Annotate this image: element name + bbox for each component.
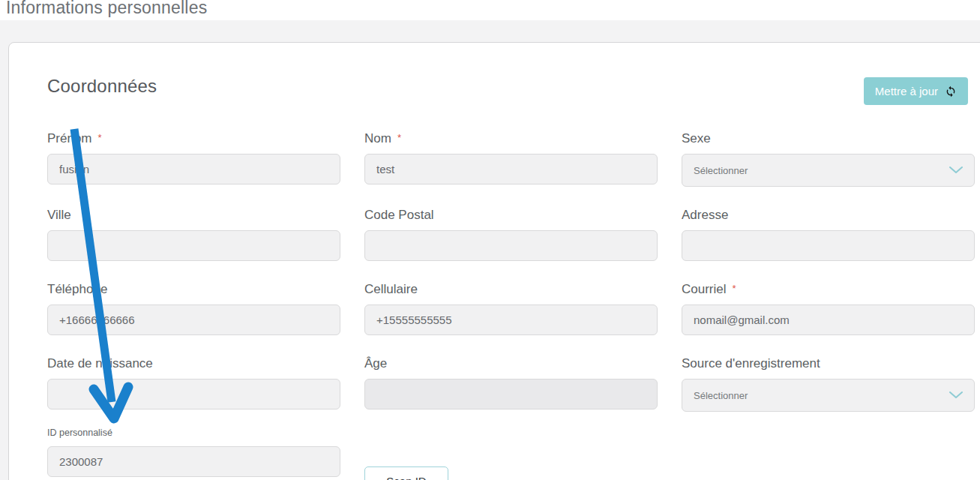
page-title: Informations personnelles bbox=[6, 0, 980, 18]
prenom-label: Prénom bbox=[47, 131, 92, 146]
source-selected-value: Sélectionner bbox=[694, 390, 748, 401]
field-source-enregistrement: Source d'enregistrement Sélectionner bbox=[682, 356, 975, 412]
age-input bbox=[364, 379, 658, 410]
code-postal-label: Code Postal bbox=[364, 208, 434, 223]
field-nom: Nom * bbox=[364, 131, 658, 187]
sexe-selected-value: Sélectionner bbox=[694, 165, 748, 176]
chevron-down-icon bbox=[949, 392, 963, 399]
sexe-label: Sexe bbox=[682, 131, 711, 146]
update-button-label: Mettre à jour bbox=[875, 85, 938, 98]
required-asterisk: * bbox=[733, 282, 736, 294]
telephone-label: Téléphone bbox=[47, 282, 107, 297]
adresse-input[interactable] bbox=[682, 230, 975, 261]
cellulaire-label: Cellulaire bbox=[364, 282, 418, 297]
sexe-select[interactable]: Sélectionner bbox=[682, 154, 975, 187]
required-asterisk: * bbox=[397, 131, 401, 143]
prenom-input[interactable] bbox=[47, 154, 340, 184]
scan-id-cell: Scan ID bbox=[364, 466, 658, 480]
id-personnalise-label: ID personnalisé bbox=[47, 428, 112, 438]
nom-label: Nom bbox=[364, 131, 391, 146]
field-adresse: Adresse bbox=[682, 208, 975, 261]
update-button[interactable]: Mettre à jour bbox=[864, 77, 968, 105]
scan-id-button[interactable]: Scan ID bbox=[364, 466, 448, 480]
chevron-down-icon bbox=[949, 166, 963, 174]
contact-details-card: Coordonnées Mettre à jour Prénom * Nom * bbox=[8, 42, 980, 480]
field-date-naissance: Date de naissance bbox=[47, 356, 340, 412]
date-naissance-label: Date de naissance bbox=[47, 356, 153, 371]
field-cellulaire: Cellulaire bbox=[364, 282, 658, 335]
cellulaire-input[interactable] bbox=[364, 304, 658, 335]
required-asterisk: * bbox=[98, 131, 102, 143]
courriel-label: Courriel bbox=[682, 282, 727, 297]
ville-label: Ville bbox=[47, 208, 71, 223]
source-enregistrement-label: Source d'enregistrement bbox=[682, 356, 820, 371]
date-naissance-input[interactable] bbox=[47, 379, 340, 410]
field-telephone: Téléphone bbox=[47, 282, 340, 335]
field-code-postal: Code Postal bbox=[364, 208, 658, 261]
source-enregistrement-select[interactable]: Sélectionner bbox=[682, 379, 975, 412]
contact-form: Prénom * Nom * Sexe Sélectionner bbox=[47, 131, 975, 480]
refresh-icon bbox=[945, 86, 957, 98]
field-sexe: Sexe Sélectionner bbox=[682, 131, 975, 187]
nom-input[interactable] bbox=[364, 154, 658, 184]
card-heading: Coordonnées bbox=[47, 76, 980, 97]
telephone-input[interactable] bbox=[47, 304, 340, 335]
id-personnalise-input[interactable] bbox=[47, 446, 340, 477]
adresse-label: Adresse bbox=[682, 208, 728, 223]
field-age: Âge bbox=[364, 356, 658, 412]
field-ville: Ville bbox=[47, 208, 340, 261]
ville-input[interactable] bbox=[47, 230, 340, 261]
page-header: Informations personnelles bbox=[0, 0, 980, 20]
courriel-input[interactable] bbox=[682, 304, 975, 335]
field-prenom: Prénom * bbox=[47, 131, 340, 187]
field-id-personnalise: ID personnalisé bbox=[47, 433, 340, 477]
field-courriel: Courriel * bbox=[682, 282, 975, 335]
age-label: Âge bbox=[364, 356, 387, 371]
code-postal-input[interactable] bbox=[364, 230, 658, 261]
